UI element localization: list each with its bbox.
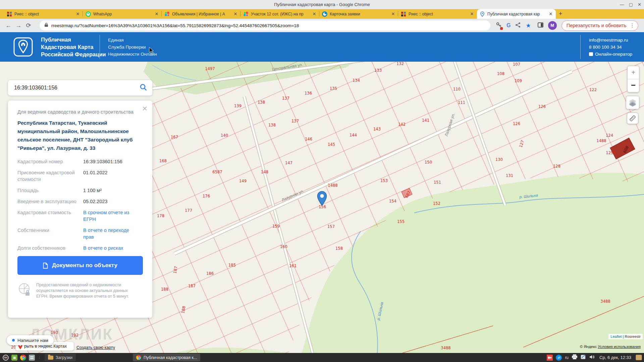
egrn-report-link[interactable]: В срочном отчете из ЕГРН xyxy=(83,209,137,223)
terms-of-use-link[interactable]: Условия использования xyxy=(598,345,641,349)
minimize-button[interactable]: — xyxy=(620,0,624,9)
taskbar-separator: ⁞ xyxy=(39,356,40,359)
volume-tray-icon[interactable] xyxy=(589,355,595,361)
whatsapp-icon xyxy=(86,11,91,17)
rosreestr-label: Rosreestr xyxy=(625,335,641,339)
tab-cadastral-map-active[interactable]: Публичная кадастровая кар ✕ xyxy=(477,9,556,19)
tab-ries-1[interactable]: Риес :: object ✕ xyxy=(4,9,83,19)
info-row: Площадь 1 100 м² xyxy=(17,187,143,194)
risks-report-link[interactable]: В отчете о рисках xyxy=(83,245,137,251)
ownership-report-link[interactable]: В отчете о переходе прав xyxy=(83,227,137,240)
online-operator-link[interactable]: Онлайн-оператор xyxy=(589,51,632,58)
disclaimer-text: Предоставление сведений о недвижимости о… xyxy=(36,282,137,299)
taskbar-window-downloads[interactable]: Загрузки xyxy=(45,354,76,361)
file-manager-icon[interactable] xyxy=(29,355,35,361)
taskbar-clock[interactable]: Ср, 6 дек, 12:33 xyxy=(599,355,631,360)
teamviewer-tray-icon[interactable]: ⇄ xyxy=(556,355,562,361)
search-icon[interactable] xyxy=(140,83,147,92)
maximize-button[interactable]: ▢ xyxy=(629,0,633,9)
ruler-icon xyxy=(629,115,636,122)
new-tab-button[interactable]: + xyxy=(556,9,565,19)
back-icon[interactable]: ← xyxy=(3,22,13,29)
chat-widget-button[interactable]: Напишите нам xyxy=(7,335,54,345)
disclaimer-block: Предоставление сведений о недвижимости о… xyxy=(17,282,143,299)
tab-close-icon[interactable]: ✕ xyxy=(470,11,474,16)
tab-close-icon[interactable]: ✕ xyxy=(312,11,317,16)
ries-icon xyxy=(7,11,12,17)
site-title: Публичная Кадастровая Карта Российской Ф… xyxy=(41,36,106,58)
tab-label: Объявления | Избранное | А xyxy=(172,12,231,16)
profile-avatar[interactable]: M xyxy=(548,21,557,30)
tab-whatsapp[interactable]: WhatsApp ✕ xyxy=(83,9,162,19)
anydesk-tray-icon[interactable] xyxy=(547,355,553,361)
forward-icon[interactable]: → xyxy=(13,22,23,29)
tab-avito-listing[interactable]: Участок 12 сот. (ИЖС) на пр ✕ xyxy=(240,9,319,19)
bookmark-star-icon[interactable]: ★ xyxy=(526,22,531,29)
side-panel-icon[interactable] xyxy=(538,22,543,29)
reload-icon[interactable]: ⟳ xyxy=(23,22,34,29)
object-documents-button[interactable]: Документы по объекту xyxy=(17,256,143,275)
window-title: Публичная кадастровая карта - Google Chr… xyxy=(274,2,370,7)
url-text: rreestrmap.ru/?cadNumber=16%3A39%3A10360… xyxy=(51,23,299,28)
tab-label: WhatsApp xyxy=(93,12,152,16)
tab-ries-2[interactable]: Риес :: object ✕ xyxy=(398,9,477,19)
yandex-attribution: © Яндекс Условия использования xyxy=(580,345,641,349)
desktop: Публичная кадастровая карта - Google Chr… xyxy=(0,0,644,362)
tab-label: Риес :: object xyxy=(14,12,73,16)
zoom-out-button[interactable]: − xyxy=(628,79,639,92)
info-row: Кадастровая стоимость В срочном отчете и… xyxy=(17,209,143,223)
layers-button[interactable] xyxy=(626,96,639,109)
contact-email[interactable]: info@rreestrmap.ru xyxy=(589,37,632,44)
zoom-in-button[interactable]: + xyxy=(628,66,639,79)
calculator-icon[interactable]: ▦ xyxy=(11,355,17,361)
cadastral-number-value: 16:39:103601:156 xyxy=(83,158,137,165)
river-label: р. Шильна xyxy=(376,302,384,320)
tab-strip: Риес :: object ✕ WhatsApp ✕ Объявления |… xyxy=(0,9,644,19)
contact-phone[interactable]: 8 800 100 34 34 xyxy=(589,44,632,51)
chrome-icon xyxy=(136,355,141,360)
taskbar-window-cadastral-map[interactable]: Публичная кадастровая к... xyxy=(133,354,200,361)
street-label: Центральная ул. xyxy=(272,62,304,72)
tab-close-icon[interactable]: ✕ xyxy=(233,11,238,16)
chrome-menu-icon[interactable]: ⋮ xyxy=(630,22,635,28)
close-window-button[interactable]: ✕ xyxy=(638,0,641,9)
document-icon xyxy=(43,262,48,269)
browser-toolbar: ← → ⟳ rreestrmap.ru/?cadNumber=16%3A39%3… xyxy=(0,19,644,32)
keyboard-layout-indicator[interactable]: ru xyxy=(565,355,569,360)
chrome-launcher-icon[interactable] xyxy=(20,355,26,361)
password-key-icon[interactable] xyxy=(496,22,502,29)
tab-label: Участок 12 сот. (ИЖС) на пр xyxy=(251,12,310,16)
land-usage-text: Для ведения садоводства и дачного строит… xyxy=(17,109,143,115)
site-logo-pin-icon[interactable] xyxy=(13,37,33,57)
tab-request-card[interactable]: Карточка заявки ✕ xyxy=(319,9,398,19)
request-card-icon xyxy=(322,11,327,17)
info-row: Кадастровый номер 16:39:103601:156 xyxy=(17,158,143,165)
leaflet-link[interactable]: Leaflet xyxy=(610,335,622,339)
tab-close-icon[interactable]: ✕ xyxy=(548,11,553,16)
create-own-map-link[interactable]: Создать свою карту xyxy=(76,345,115,350)
tab-close-icon[interactable]: ✕ xyxy=(391,11,395,16)
tab-close-icon[interactable]: ✕ xyxy=(154,11,159,16)
tablet-tray-icon[interactable] xyxy=(581,355,586,361)
printer-tray-icon[interactable] xyxy=(572,354,578,361)
avito-icon xyxy=(243,11,249,17)
avito-icon xyxy=(164,11,170,17)
search-input[interactable] xyxy=(13,84,140,91)
restart-update-button[interactable]: Перезапустить и обновить ⋮ xyxy=(561,20,639,31)
measure-button[interactable] xyxy=(627,113,638,124)
parcel-address: Республика Татарстан, Тукаевский муницип… xyxy=(17,119,143,152)
address-bar[interactable]: rreestrmap.ru/?cadNumber=16%3A39%3A10360… xyxy=(40,20,490,31)
panel-close-icon[interactable]: ✕ xyxy=(142,105,148,113)
map-attribution: Leaflet | Rosreestr xyxy=(608,334,643,339)
google-extension-icon[interactable]: G xyxy=(506,22,511,28)
screenshot-tray-icon[interactable] xyxy=(636,355,642,360)
street-label: Лазурная ул. xyxy=(444,113,455,137)
chat-status-dot-icon xyxy=(12,339,15,342)
start-menu-icon[interactable]: lm xyxy=(3,355,9,361)
tab-avito-favorites[interactable]: Объявления | Избранное | А ✕ xyxy=(162,9,240,19)
cadastral-search-box xyxy=(8,80,152,96)
tab-close-icon[interactable]: ✕ xyxy=(75,11,80,16)
system-taskbar: lm ▦ ⁞ Загрузки Публичная кадастровая к.… xyxy=(0,353,644,362)
selected-parcel-marker[interactable] xyxy=(317,191,327,206)
share-icon[interactable] xyxy=(515,22,521,29)
